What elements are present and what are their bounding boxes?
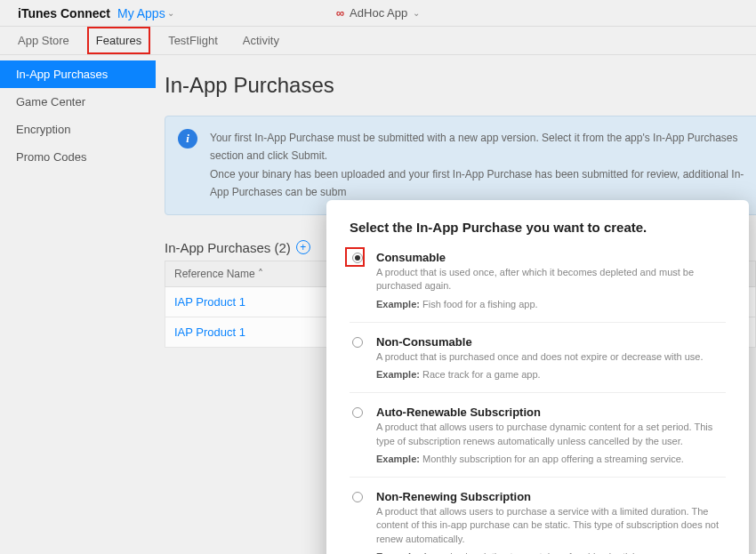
tab-testflight[interactable]: TestFlight	[168, 34, 218, 47]
option-consumable[interactable]: Consumable A product that is used once, …	[350, 251, 726, 323]
option-non-consumable[interactable]: Non-Consumable A product that is purchas…	[350, 335, 726, 393]
highlight-box	[345, 247, 365, 267]
option-example: Example: Fish food for a fishing app.	[376, 299, 726, 309]
page-title: In-App Purchases	[165, 73, 756, 98]
info-line-1: Your first In-App Purchase must be submi…	[210, 129, 756, 165]
radio-non-renewing[interactable]	[352, 492, 363, 502]
app-selector-label: AdHoc App	[350, 6, 407, 20]
option-title: Non-Renewing Subscription	[376, 490, 726, 503]
my-apps-dropdown[interactable]: My Apps ⌄	[117, 6, 174, 20]
sidebar: In-App Purchases Game Center Encryption …	[0, 55, 156, 554]
option-desc: A product that is used once, after which…	[376, 266, 726, 293]
sidebar-item-game-center[interactable]: Game Center	[0, 88, 156, 116]
radio-non-consumable[interactable]	[352, 337, 363, 348]
iap-list-heading: In-App Purchases (2)	[165, 240, 291, 255]
add-iap-button[interactable]: +	[296, 240, 310, 254]
info-line-2: Once your binary has been uploaded and y…	[210, 165, 756, 202]
top-bar: iTunes Connect My Apps ⌄ ∞ AdHoc App ⌄	[0, 0, 756, 27]
option-desc: A product that allows users to purchase …	[376, 421, 726, 448]
option-title: Consumable	[376, 251, 726, 264]
option-non-renewing[interactable]: Non-Renewing Subscription A product that…	[350, 490, 726, 554]
tab-activity[interactable]: Activity	[243, 34, 279, 47]
sidebar-item-encryption[interactable]: Encryption	[0, 116, 156, 143]
sidebar-item-iap[interactable]: In-App Purchases	[0, 60, 156, 88]
main-tabs: App Store Features TestFlight Activity	[0, 27, 756, 55]
option-title: Auto-Renewable Subscription	[376, 405, 726, 419]
my-apps-label: My Apps	[117, 6, 165, 20]
option-desc: A product that is purchased once and doe…	[376, 350, 726, 364]
link-icon: ∞	[336, 6, 344, 20]
tab-features[interactable]: Features	[87, 27, 150, 54]
chevron-down-icon: ⌄	[413, 8, 420, 18]
radio-auto-renewable[interactable]	[352, 407, 363, 418]
option-example: Example: Race track for a game app.	[376, 369, 726, 380]
option-title: Non-Consumable	[376, 335, 726, 349]
option-auto-renewable[interactable]: Auto-Renewable Subscription A product th…	[350, 405, 726, 478]
create-iap-modal: Select the In-App Purchase you want to c…	[326, 200, 749, 554]
app-selector-dropdown[interactable]: ∞ AdHoc App ⌄	[336, 6, 420, 20]
tab-app-store[interactable]: App Store	[18, 34, 69, 47]
option-example: Example: Monthly subscription for an app…	[376, 454, 726, 464]
option-desc: A product that allows users to purchase …	[376, 505, 726, 546]
chevron-down-icon: ⌄	[167, 8, 174, 18]
modal-heading: Select the In-App Purchase you want to c…	[350, 220, 726, 235]
info-icon: i	[178, 129, 197, 149]
brand-title: iTunes Connect	[18, 6, 110, 20]
sidebar-item-promo-codes[interactable]: Promo Codes	[0, 143, 156, 171]
